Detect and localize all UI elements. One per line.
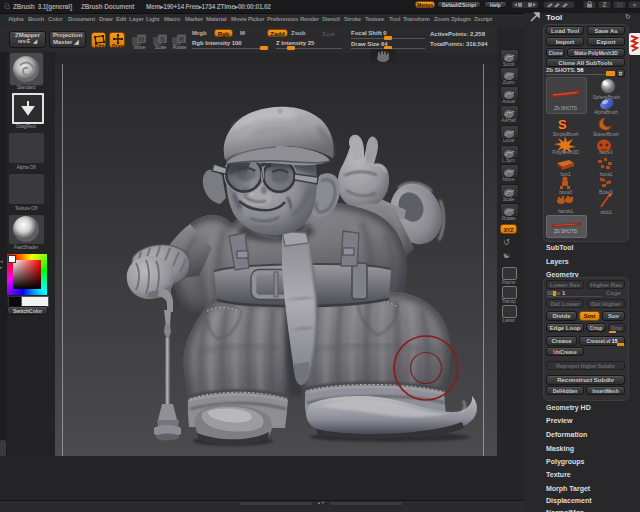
svg-text:R: R bbox=[179, 36, 184, 43]
svg-text:M: M bbox=[139, 36, 145, 43]
svg-text:×: × bbox=[633, 2, 637, 8]
svg-text:S: S bbox=[160, 36, 165, 43]
svg-text:Z: Z bbox=[603, 1, 607, 8]
svg-text:□: □ bbox=[618, 1, 622, 8]
svg-text:Draw: Draw bbox=[112, 43, 124, 49]
svg-text:Edit: Edit bbox=[95, 43, 105, 49]
